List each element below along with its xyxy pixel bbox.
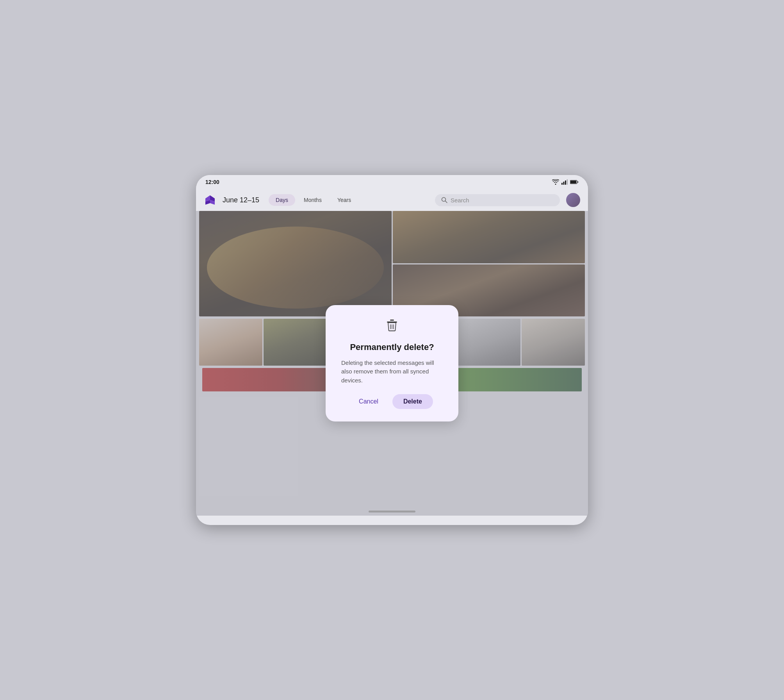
status-time: 12:00: [205, 179, 219, 185]
dialog-message: Deleting the selected messages will also…: [341, 359, 443, 385]
wifi-icon: [552, 179, 559, 185]
date-range: June 12–15: [223, 196, 259, 204]
svg-rect-1: [563, 182, 565, 185]
home-indicator[interactable]: [369, 511, 415, 512]
tab-group: Days Months Years: [269, 194, 358, 206]
dialog-title: Permanently delete?: [350, 342, 434, 352]
svg-rect-3: [567, 179, 568, 185]
svg-rect-6: [577, 181, 579, 183]
trash-icon: [387, 319, 397, 334]
battery-icon: [570, 180, 579, 184]
delete-dialog: Permanently delete? Deleting the selecte…: [326, 305, 458, 422]
svg-rect-5: [570, 181, 576, 184]
avatar[interactable]: [566, 193, 580, 207]
tab-months[interactable]: Months: [297, 194, 329, 206]
nav-bar: June 12–15 Days Months Years Search: [196, 189, 588, 211]
cancel-button[interactable]: Cancel: [351, 394, 386, 409]
dialog-actions: Cancel Delete: [351, 394, 433, 409]
photo-grid-container: Permanently delete? Deleting the selecte…: [196, 211, 588, 516]
svg-rect-10: [390, 320, 394, 321]
svg-line-8: [445, 201, 447, 203]
search-area[interactable]: Search: [435, 194, 560, 206]
tab-days[interactable]: Days: [269, 194, 295, 206]
dialog-overlay: Permanently delete? Deleting the selecte…: [196, 211, 588, 516]
status-bar: 12:00: [196, 175, 588, 189]
app-logo: [204, 194, 216, 206]
search-icon: [441, 197, 447, 203]
tab-years[interactable]: Years: [330, 194, 358, 206]
svg-rect-0: [561, 183, 563, 185]
search-placeholder: Search: [451, 197, 469, 204]
delete-button[interactable]: Delete: [392, 394, 433, 409]
tablet-frame: 12:00: [196, 175, 588, 525]
status-icons: [552, 179, 579, 185]
avatar-image: [566, 193, 580, 207]
signal-icon: [561, 179, 568, 185]
svg-rect-2: [565, 180, 566, 185]
